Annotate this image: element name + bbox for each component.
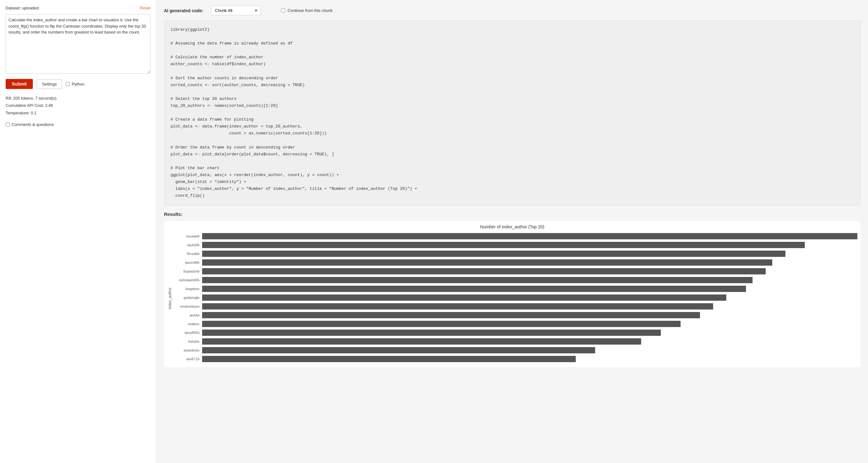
chart-bar-outer — [202, 259, 857, 266]
chart-bar-outer — [202, 338, 857, 345]
chart-row: win8719- — [174, 355, 857, 363]
chart-bar-outer — [202, 233, 857, 239]
chart-bar — [202, 286, 746, 292]
action-row: Submit Settings Python — [6, 79, 151, 89]
chart-row: goldsingle- — [174, 294, 857, 301]
chart-row: jason486- — [174, 259, 857, 266]
chart-bar-outer — [202, 312, 857, 318]
chart-inner: index_author zeuswell-saufu08-Rrrxddd-ja… — [167, 232, 857, 364]
chart-row-label: Rrrxddd- — [174, 252, 202, 256]
chart-bar-outer — [202, 347, 857, 353]
chart-row-label: larry8550- — [174, 331, 202, 335]
chart-bar — [202, 233, 857, 239]
chart-row-label: seabox- — [174, 322, 202, 326]
chart-row-label: goldsingle- — [174, 296, 202, 299]
chunk-select[interactable]: Chunk #8 — [211, 6, 261, 16]
dataset-row: Dataset: uploaded. Reset — [6, 6, 151, 10]
chart-row: seabox- — [174, 320, 857, 328]
continue-chunk-row: Continue from this chunk — [281, 8, 333, 13]
dataset-label: Dataset: uploaded. — [6, 6, 40, 10]
comments-row: Comments & questions — [6, 122, 151, 127]
chart-bar-outer — [202, 251, 857, 257]
chart-bar-outer — [202, 277, 857, 283]
chart-row-label: jason486- — [174, 261, 202, 264]
ai-generated-label: AI generated code: — [164, 8, 204, 13]
chart-bar-outer — [202, 294, 857, 301]
results-label: Results: — [164, 211, 861, 217]
chart-title: Number of index_author (Top 20) — [167, 224, 857, 229]
chart-bar — [202, 242, 805, 248]
comments-checkbox[interactable] — [6, 122, 10, 126]
stats-block: R8: 205 tokens, 7 second(s) Cumulative A… — [6, 95, 151, 117]
chart-bar — [202, 338, 641, 345]
chart-row: hshshs- — [174, 338, 857, 345]
chart-row-label: hshshs- — [174, 340, 202, 343]
chart-row: Supasizeit- — [174, 267, 857, 275]
python-checkbox-row: Python — [66, 82, 84, 86]
submit-button[interactable]: Submit — [6, 79, 33, 89]
chart-bar — [202, 294, 726, 301]
chart-bar — [202, 312, 700, 318]
chart-row: omanorboyo- — [174, 302, 857, 310]
stat-line2: Cumulative API Cost: 2.8¢ — [6, 102, 151, 109]
code-block: library(ggplot2) # Assuming the data fra… — [164, 20, 861, 205]
chart-row: Rrrxddd- — [174, 250, 857, 258]
ai-header: AI generated code: Chunk #8 ▼ Continue f… — [164, 6, 861, 16]
chart-bar — [202, 329, 661, 336]
chart-row-label: Supasizeit- — [174, 269, 202, 273]
chart-bar-outer — [202, 242, 857, 248]
chart-row-label: omanorboyo- — [174, 305, 202, 308]
chart-bar — [202, 268, 766, 274]
chart-row-label: asassbulu- — [174, 348, 202, 352]
settings-button[interactable]: Settings — [37, 79, 62, 89]
chart-row-label: forgetme- — [174, 287, 202, 291]
left-panel: Dataset: uploaded. Reset Submit Settings… — [0, 0, 156, 463]
chart-row: jacklyl- — [174, 311, 857, 319]
chart-row: nicholas0406- — [174, 276, 857, 284]
prompt-textarea[interactable] — [6, 14, 151, 74]
chart-container: Number of index_author (Top 20) index_au… — [164, 221, 861, 367]
chart-bar-outer — [202, 329, 857, 336]
comments-label: Comments & questions — [11, 122, 54, 127]
chart-y-axis-label: index_author — [167, 232, 173, 364]
chart-bar — [202, 303, 713, 310]
stat-line3: Temperature: 0.1 — [6, 109, 151, 117]
reset-link[interactable]: Reset — [140, 6, 151, 10]
chart-row-label: zeuswell- — [174, 234, 202, 238]
chart-row-label: win8719- — [174, 357, 202, 361]
chart-bar-outer — [202, 356, 857, 362]
stat-line1: R8: 205 tokens, 7 second(s) — [6, 95, 151, 102]
chart-row: forgetme- — [174, 285, 857, 293]
right-panel: AI generated code: Chunk #8 ▼ Continue f… — [156, 0, 868, 463]
chart-row: saufu08- — [174, 241, 857, 249]
chart-row-label: jacklyl- — [174, 313, 202, 317]
chart-bar — [202, 347, 595, 353]
chart-bar-outer — [202, 321, 857, 327]
chart-bar — [202, 356, 576, 362]
python-label: Python — [72, 82, 84, 86]
chart-bar — [202, 251, 785, 257]
chart-row-label: saufu08- — [174, 243, 202, 247]
chart-bar — [202, 277, 752, 283]
chart-bar-outer — [202, 303, 857, 310]
chart-bar — [202, 321, 681, 327]
chunk-select-wrapper: Chunk #8 ▼ — [211, 6, 261, 16]
chart-row: zeuswell- — [174, 232, 857, 240]
continue-chunk-label: Continue from this chunk — [287, 8, 333, 13]
chart-bar-outer — [202, 268, 857, 274]
chart-bar-outer — [202, 286, 857, 292]
chart-row: larry8550- — [174, 329, 857, 337]
python-checkbox[interactable] — [66, 82, 70, 86]
chart-rows-area: zeuswell-saufu08-Rrrxddd-jason486-Supasi… — [174, 232, 857, 364]
chart-row: asassbulu- — [174, 346, 857, 354]
continue-chunk-checkbox[interactable] — [281, 8, 285, 12]
chart-bar — [202, 259, 772, 266]
chart-row-label: nicholas0406- — [174, 278, 202, 282]
